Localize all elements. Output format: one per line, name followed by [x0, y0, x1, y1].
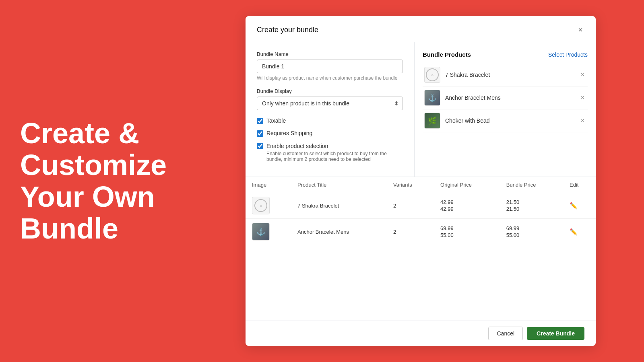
remove-anchor-button[interactable]: ×	[579, 93, 586, 103]
product-name-choker: Choker with Bead	[445, 117, 574, 124]
row-original-price-anchor: 69.99 55.00	[434, 219, 500, 245]
row-variants-shakra: 2	[387, 193, 434, 219]
col-image: Image	[246, 177, 291, 193]
bundle-product-item: 🌿 Choker with Bead ×	[423, 109, 588, 132]
remove-choker-button[interactable]: ×	[579, 115, 586, 126]
product-thumb-choker: 🌿	[424, 113, 440, 129]
row-bundle-price-anchor: 69.99 55.00	[500, 219, 563, 245]
bundle-price-2: 55.00	[506, 232, 557, 238]
enable-product-selection-row: Enable product selection Enable customer…	[257, 142, 403, 162]
edit-anchor-button[interactable]: ✏️	[570, 228, 578, 236]
bundle-display-label: Bundle Display	[257, 88, 403, 94]
top-section: Bundle Name Will display as product name…	[246, 42, 596, 177]
product-thumb-shakra: ○	[424, 67, 440, 83]
row-title-anchor: Anchor Bracelet Mens	[291, 219, 387, 245]
remove-shakra-button[interactable]: ×	[579, 70, 586, 80]
bundle-price-2: 21.50	[506, 206, 557, 212]
requires-shipping-row: Requires Shipping	[257, 130, 403, 137]
original-price-2: 42.99	[440, 206, 493, 212]
table-thumb-shakra: ○	[252, 197, 270, 214]
table-thumb-anchor: ⚓	[252, 223, 270, 241]
modal-title: Create your bundle	[257, 26, 318, 34]
row-bundle-price-shakra: 21.50 21.50	[500, 193, 563, 219]
modal-footer: Cancel Create Bundle	[246, 321, 596, 346]
hero-title: Create & Customize Your Own Bundle	[20, 117, 177, 245]
requires-shipping-label: Requires Shipping	[266, 130, 312, 136]
modal-content: Bundle Name Will display as product name…	[246, 42, 596, 321]
bundle-name-group: Bundle Name Will display as product name…	[257, 51, 403, 81]
enable-product-selection-sub: Enable customer to select which product …	[266, 151, 403, 162]
table-row: ○ 7 Shakra Bracelet 2 42.99 42.99	[246, 193, 596, 219]
table-body: ○ 7 Shakra Bracelet 2 42.99 42.99	[246, 193, 596, 245]
row-edit-anchor: ✏️	[563, 219, 596, 245]
table-row: ⚓ Anchor Bracelet Mens 2 69.99 55.00	[246, 219, 596, 245]
row-edit-shakra: ✏️	[563, 193, 596, 219]
table-shakra-icon: ○	[254, 199, 267, 212]
bundle-products-title: Bundle Products	[423, 51, 471, 58]
table-header: Image Product Title Variants Original Pr…	[246, 177, 596, 193]
taxable-checkbox[interactable]	[257, 118, 263, 124]
anchor-icon: ⚓	[425, 90, 440, 105]
shakra-icon: ○	[426, 68, 439, 81]
col-bundle-price: Bundle Price	[500, 177, 563, 193]
row-image-shakra: ○	[246, 193, 291, 219]
col-title: Product Title	[291, 177, 387, 193]
create-bundle-modal: Create your bundle × Bundle Name Will di…	[246, 16, 596, 346]
col-original-price: Original Price	[434, 177, 500, 193]
bundle-table: Image Product Title Variants Original Pr…	[246, 177, 596, 245]
bundle-display-select[interactable]: Only when product is in this bundle	[257, 97, 403, 110]
bundle-product-item: ○ 7 Shakra Bracelet ×	[423, 64, 588, 86]
select-products-link[interactable]: Select Products	[548, 51, 588, 58]
bundle-price-1: 69.99	[506, 225, 557, 231]
modal-overlay: Create your bundle × Bundle Name Will di…	[197, 0, 644, 362]
edit-shakra-button[interactable]: ✏️	[570, 202, 578, 210]
bundle-name-input[interactable]	[257, 60, 403, 73]
bundle-products-header: Bundle Products Select Products	[423, 51, 588, 58]
bottom-table-section: Image Product Title Variants Original Pr…	[246, 177, 596, 321]
bundle-name-label: Bundle Name	[257, 51, 403, 57]
product-thumb-anchor: ⚓	[424, 90, 440, 106]
create-bundle-button[interactable]: Create Bundle	[527, 327, 584, 340]
original-price-2: 55.00	[440, 232, 493, 238]
col-edit: Edit	[563, 177, 596, 193]
bundle-display-select-wrapper: Only when product is in this bundle ⬍	[257, 97, 403, 110]
row-variants-anchor: 2	[387, 219, 434, 245]
cancel-button[interactable]: Cancel	[488, 327, 523, 340]
requires-shipping-checkbox[interactable]	[257, 130, 263, 137]
taxable-label: Taxable	[266, 117, 286, 124]
row-title-shakra: 7 Shakra Bracelet	[291, 193, 387, 219]
left-form: Bundle Name Will display as product name…	[246, 42, 415, 177]
enable-product-selection-label: Enable product selection	[266, 143, 328, 149]
bundle-name-hint: Will display as product name when custom…	[257, 75, 403, 81]
table-anchor-icon: ⚓	[252, 223, 269, 240]
row-image-anchor: ⚓	[246, 219, 291, 245]
original-price-1: 69.99	[440, 225, 493, 231]
hero-panel: Create & Customize Your Own Bundle	[0, 93, 197, 269]
bundle-products-panel: Bundle Products Select Products ○ 7 Shak…	[415, 42, 596, 177]
bundle-price-1: 21.50	[506, 199, 557, 205]
bundle-display-group: Bundle Display Only when product is in t…	[257, 88, 403, 110]
enable-product-selection-checkbox[interactable]	[257, 143, 263, 149]
row-original-price-shakra: 42.99 42.99	[434, 193, 500, 219]
product-name-anchor: Anchor Bracelet Mens	[445, 95, 574, 101]
product-name-shakra: 7 Shakra Bracelet	[445, 72, 574, 78]
close-button[interactable]: ×	[576, 24, 584, 35]
bundle-product-item: ⚓ Anchor Bracelet Mens ×	[423, 86, 588, 109]
col-variants: Variants	[387, 177, 434, 193]
original-price-1: 42.99	[440, 199, 493, 205]
choker-icon: 🌿	[425, 113, 440, 128]
taxable-row: Taxable	[257, 117, 403, 124]
modal-header: Create your bundle ×	[246, 16, 596, 42]
